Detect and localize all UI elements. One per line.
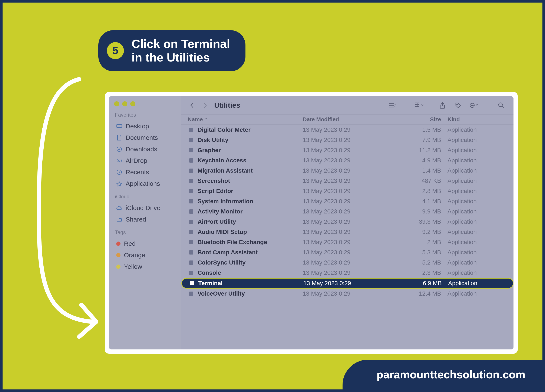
app-icon bbox=[188, 137, 195, 143]
group-by-button[interactable] bbox=[415, 101, 424, 110]
file-kind: Application bbox=[447, 218, 507, 225]
file-size: 6.9 MB bbox=[384, 280, 448, 287]
file-name: Audio MIDI Setup bbox=[198, 229, 303, 235]
file-row[interactable]: Activity Monitor13 May 2023 0:299.9 MBAp… bbox=[181, 206, 514, 217]
app-icon bbox=[188, 208, 195, 215]
file-date: 13 May 2023 0:29 bbox=[303, 218, 384, 225]
file-kind: Application bbox=[448, 280, 507, 287]
svg-rect-9 bbox=[417, 103, 419, 104]
svg-point-17 bbox=[473, 105, 473, 105]
app-icon bbox=[188, 147, 195, 154]
file-date: 13 May 2023 0:29 bbox=[303, 229, 384, 235]
svg-rect-22 bbox=[189, 148, 193, 152]
svg-rect-24 bbox=[189, 169, 193, 173]
window-close-button[interactable] bbox=[114, 101, 119, 106]
file-name: Disk Utility bbox=[198, 137, 303, 143]
sidebar-item-downloads[interactable]: Downloads bbox=[114, 143, 177, 155]
sidebar-tag-orange[interactable]: Orange bbox=[114, 249, 177, 261]
view-list-button[interactable] bbox=[387, 101, 397, 110]
file-row[interactable]: Digital Color Meter13 May 2023 0:291.5 M… bbox=[181, 125, 514, 135]
sidebar-tag-yellow[interactable]: Yellow bbox=[114, 261, 177, 272]
sidebar-item-applications[interactable]: Applications bbox=[114, 178, 177, 190]
sidebar-item-label: Recents bbox=[126, 169, 149, 176]
sidebar-item-desktop[interactable]: Desktop bbox=[114, 120, 177, 132]
website-url: paramounttechsolution.com bbox=[342, 360, 542, 389]
more-button[interactable] bbox=[469, 101, 479, 110]
file-size: 9.9 MB bbox=[384, 208, 447, 215]
column-headers: Name ⌃ Date Modified Size Kind bbox=[181, 115, 514, 125]
file-size: 2.8 MB bbox=[384, 188, 447, 195]
sidebar-item-label: Shared bbox=[126, 216, 146, 223]
document-icon bbox=[116, 135, 122, 141]
forward-button[interactable] bbox=[201, 101, 210, 110]
file-size: 4.9 MB bbox=[384, 157, 447, 164]
window-minimize-button[interactable] bbox=[122, 101, 127, 106]
window-maximize-button[interactable] bbox=[130, 101, 135, 106]
file-row[interactable]: Screenshot13 May 2023 0:29487 KBApplicat… bbox=[181, 176, 514, 186]
file-row[interactable]: Grapher13 May 2023 0:2911.2 MBApplicatio… bbox=[181, 145, 514, 155]
sidebar-item-label: Yellow bbox=[124, 263, 142, 270]
file-kind: Application bbox=[447, 249, 507, 256]
file-kind: Application bbox=[447, 147, 507, 154]
svg-rect-27 bbox=[189, 199, 193, 203]
app-icon bbox=[188, 167, 195, 174]
file-row[interactable]: Boot Camp Assistant13 May 2023 0:295.3 M… bbox=[181, 247, 514, 257]
app-icon bbox=[188, 290, 195, 297]
column-name[interactable]: Name ⌃ bbox=[188, 116, 303, 123]
file-date: 13 May 2023 0:29 bbox=[303, 157, 384, 164]
step-instruction: 5 Click on Terminal in the Utilities bbox=[98, 30, 245, 71]
file-row[interactable]: Bluetooth File Exchange13 May 2023 0:292… bbox=[181, 237, 514, 247]
file-row[interactable]: Console13 May 2023 0:292.3 MBApplication bbox=[181, 268, 514, 278]
svg-rect-32 bbox=[189, 250, 193, 255]
step-text: Click on Terminal in the Utilities bbox=[132, 37, 230, 64]
file-row[interactable]: Disk Utility13 May 2023 0:297.9 MBApplic… bbox=[181, 135, 514, 145]
svg-line-19 bbox=[502, 106, 504, 108]
svg-rect-23 bbox=[189, 158, 193, 163]
sidebar-section-favorites: Favorites bbox=[115, 112, 177, 118]
file-size: 11.2 MB bbox=[384, 147, 447, 154]
cloud-icon bbox=[116, 205, 122, 211]
applications-icon bbox=[116, 181, 122, 187]
sidebar-item-icloud-drive[interactable]: iCloud Drive bbox=[114, 202, 177, 214]
sidebar-item-documents[interactable]: Documents bbox=[114, 132, 177, 143]
file-row[interactable]: AirPort Utility13 May 2023 0:2939.3 MBAp… bbox=[181, 217, 514, 227]
sidebar-item-airdrop[interactable]: AirDrop bbox=[114, 155, 177, 166]
sidebar-item-shared[interactable]: Shared bbox=[114, 214, 177, 225]
file-row[interactable]: VoiceOver Utility13 May 2023 0:2912.4 MB… bbox=[181, 288, 514, 299]
finder-sidebar: Favorites Desktop Documents bbox=[109, 96, 181, 349]
step-number-badge: 5 bbox=[107, 42, 124, 59]
file-kind: Application bbox=[447, 137, 507, 143]
file-row[interactable]: Keychain Access13 May 2023 0:294.9 MBApp… bbox=[181, 155, 514, 165]
search-button[interactable] bbox=[496, 101, 506, 110]
svg-rect-20 bbox=[189, 128, 193, 132]
file-row-terminal[interactable]: Terminal13 May 2023 0:296.9 MBApplicatio… bbox=[181, 278, 514, 288]
sidebar-item-recents[interactable]: Recents bbox=[114, 166, 177, 178]
file-row[interactable]: ColorSync Utility13 May 2023 0:295.2 MBA… bbox=[181, 257, 514, 268]
column-kind[interactable]: Kind bbox=[447, 116, 507, 123]
file-size: 4.1 MB bbox=[384, 198, 447, 205]
file-name: System Information bbox=[198, 198, 303, 205]
file-date: 13 May 2023 0:29 bbox=[303, 198, 384, 205]
svg-rect-35 bbox=[190, 281, 194, 285]
share-button[interactable] bbox=[438, 101, 447, 110]
app-icon bbox=[188, 157, 195, 164]
file-row[interactable]: Audio MIDI Setup13 May 2023 0:299.2 MBAp… bbox=[181, 227, 514, 237]
file-row[interactable]: Migration Assistant13 May 2023 0:291.4 M… bbox=[181, 165, 514, 176]
file-name: Terminal bbox=[198, 280, 303, 287]
file-name: Script Editor bbox=[198, 188, 303, 195]
column-size[interactable]: Size bbox=[384, 116, 447, 123]
file-row[interactable]: System Information13 May 2023 0:294.1 MB… bbox=[181, 196, 514, 206]
tags-button[interactable] bbox=[453, 101, 463, 110]
file-size: 2 MB bbox=[384, 239, 447, 245]
file-kind: Application bbox=[447, 167, 507, 174]
svg-point-18 bbox=[499, 103, 502, 107]
column-date[interactable]: Date Modified bbox=[303, 116, 384, 123]
file-date: 13 May 2023 0:29 bbox=[303, 178, 384, 184]
sidebar-tag-red[interactable]: Red bbox=[114, 238, 177, 249]
back-button[interactable] bbox=[188, 101, 197, 110]
file-row[interactable]: Script Editor13 May 2023 0:292.8 MBAppli… bbox=[181, 186, 514, 196]
svg-rect-29 bbox=[189, 220, 193, 224]
file-kind: Application bbox=[447, 126, 507, 133]
app-icon bbox=[188, 259, 195, 266]
file-date: 13 May 2023 0:29 bbox=[303, 126, 384, 133]
